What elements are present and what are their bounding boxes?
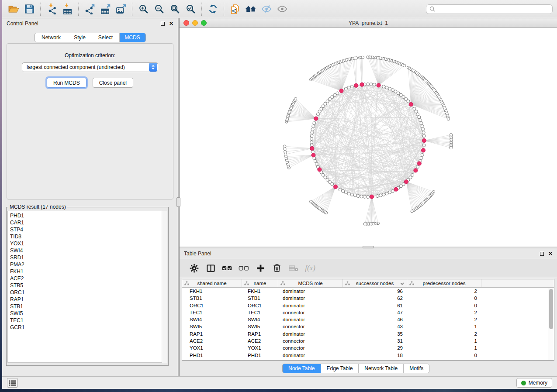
table-cell[interactable]: TEC1 [242,309,278,316]
close-window-icon[interactable] [183,20,189,26]
table-row[interactable]: ORC1ORC1dominator610 [182,302,554,309]
close-panel-icon[interactable]: ✕ [169,21,173,26]
mcds-result-item[interactable]: SRD1 [10,254,167,261]
criterion-select[interactable]: largest connected component (undirected) [22,62,158,72]
mcds-result-item[interactable]: PHD1 [10,212,167,219]
minimize-window-icon[interactable] [192,20,198,26]
table-cell[interactable]: RAP1 [242,330,278,337]
table-row[interactable]: STB1STB1dominator620 [182,295,554,302]
show-all-button[interactable] [274,1,290,17]
table-row[interactable]: TEC1TEC1connector472 [182,309,554,316]
column-header-MCDS-role[interactable]: MCDS role [278,279,343,287]
table-cell[interactable]: dominator [278,302,343,309]
table-row[interactable]: RAP1RAP1dominator352 [182,330,554,337]
table-cell[interactable]: 1 [407,323,481,330]
zoom-in-button[interactable] [135,1,151,17]
memory-button[interactable]: Memory [516,378,552,388]
table-cell[interactable]: SWI5 [182,323,242,330]
table-cell[interactable]: TEC1 [182,309,242,316]
table-cell[interactable]: 47 [343,309,407,316]
export-image-button[interactable] [113,1,129,17]
import-table-button[interactable] [59,1,75,17]
result-list-scrollbar[interactable] [162,211,167,363]
table-cell[interactable]: 62 [343,295,407,302]
tab-motifs[interactable]: Motifs [403,364,429,373]
tab-style[interactable]: Style [68,33,92,42]
table-cell[interactable]: 2 [407,288,481,295]
table-cell[interactable]: 1 [407,344,481,351]
mcds-result-item[interactable]: ORC1 [10,289,167,296]
mcds-result-item[interactable]: YOX1 [10,240,167,247]
open-file-button[interactable] [6,1,21,17]
delete-column-button[interactable] [269,260,285,276]
network-canvas[interactable] [180,28,557,247]
task-history-button[interactable] [7,378,18,388]
splitter-grip[interactable] [363,246,374,248]
table-cell[interactable]: ORC1 [242,302,278,309]
table-cell[interactable]: 96 [343,288,407,295]
maximize-window-icon[interactable] [201,20,207,26]
tab-network[interactable]: Network [35,33,68,42]
tab-select[interactable]: Select [92,33,119,42]
mcds-result-item[interactable]: STB5 [10,282,167,289]
column-header-shared-name[interactable]: shared name [182,279,242,287]
table-row[interactable]: YOX1YOX1connector291 [182,344,554,351]
hide-selected-button[interactable] [259,1,274,17]
mcds-result-item[interactable]: FKH1 [10,268,167,275]
column-header-predecessor-nodes[interactable]: predecessor nodes [407,279,481,287]
table-cell[interactable]: 1 [407,337,481,344]
table-cell[interactable]: FKH1 [182,288,242,295]
tab-network-table[interactable]: Network Table [358,364,403,373]
table-cell[interactable]: dominator [278,352,343,359]
splitter-grip[interactable] [176,197,180,207]
tab-edge-table[interactable]: Edge Table [321,364,359,373]
table-scrollbar[interactable] [548,288,554,360]
show-columns-button[interactable] [202,260,219,276]
table-cell[interactable]: 29 [343,344,407,351]
table-cell[interactable]: ACE2 [242,337,278,344]
network-graph[interactable] [180,28,557,247]
table-cell[interactable]: 61 [343,302,407,309]
mcds-result-item[interactable]: SWI4 [10,247,167,254]
table-row[interactable]: SWI5SWI5connector431 [182,323,554,330]
float-panel-icon[interactable] [540,252,544,256]
table-cell[interactable]: 18 [343,352,407,359]
mcds-result-list[interactable]: PHD1CAR1STP4TID3YOX1SWI4SRD1PMA2FKH1ACE2… [7,211,167,363]
horizontal-splitter[interactable] [180,247,557,248]
table-cell[interactable]: dominator [278,316,343,323]
table-cell[interactable]: connector [278,344,343,351]
mcds-result-item[interactable]: GCR1 [10,324,167,331]
table-cell[interactable]: 2 [407,309,481,316]
search-input[interactable] [437,5,552,13]
table-cell[interactable]: connector [278,337,343,344]
table-cell[interactable]: RAP1 [182,330,242,337]
zoom-fit-button[interactable] [167,1,183,17]
scrollbar-thumb[interactable] [549,289,553,329]
mcds-result-item[interactable]: ACE2 [10,275,167,282]
table-cell[interactable]: 46 [343,316,407,323]
select-all-button[interactable] [219,260,235,276]
float-panel-icon[interactable] [161,22,165,26]
export-network-button[interactable] [82,1,97,17]
table-cell[interactable]: 0 [407,295,481,302]
table-cell[interactable]: 2 [407,330,481,337]
import-network-button[interactable] [44,1,59,17]
mcds-result-item[interactable]: TEC1 [10,317,167,324]
network-window-titlebar[interactable]: YPA_prune.txt_1 [180,18,557,28]
table-row[interactable]: ACE2ACE2connector311 [182,337,554,344]
table-cell[interactable]: STB1 [242,295,278,302]
table-cell[interactable]: SWI4 [242,316,278,323]
mcds-result-item[interactable]: RAP1 [10,296,167,303]
search-box[interactable] [426,4,553,14]
table-cell[interactable]: SWI4 [182,316,242,323]
export-table-button[interactable] [97,1,113,17]
tab-node-table[interactable]: Node Table [283,364,321,373]
table-cell[interactable]: 0 [407,352,481,359]
close-panel-icon[interactable]: ✕ [548,251,553,256]
table-cell[interactable]: 31 [343,337,407,344]
table-cell[interactable]: PHD1 [242,352,278,359]
run-mcds-button[interactable]: Run MCDS [47,78,86,88]
table-cell[interactable]: YOX1 [182,344,242,351]
table-row[interactable]: SWI4SWI4dominator462 [182,316,554,323]
save-session-button[interactable] [21,1,37,17]
